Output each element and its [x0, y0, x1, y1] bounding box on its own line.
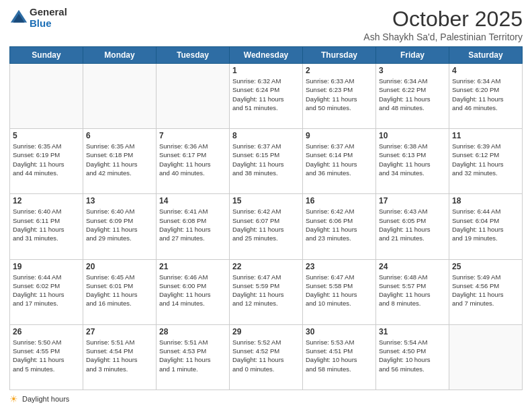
logo: General Blue [9, 7, 67, 29]
day-number: 29 [232, 327, 300, 336]
day-info: Sunrise: 5:52 AM Sunset: 4:52 PM Dayligh… [232, 338, 300, 373]
day-number: 26 [13, 327, 80, 336]
calendar-week-row: 19Sunrise: 6:44 AM Sunset: 6:02 PM Dayli… [10, 259, 523, 324]
calendar-cell: 17Sunrise: 6:43 AM Sunset: 6:05 PM Dayli… [376, 194, 449, 259]
day-number: 1 [232, 66, 300, 75]
calendar-day-header: Tuesday [157, 47, 230, 64]
calendar-cell: 12Sunrise: 6:40 AM Sunset: 6:11 PM Dayli… [10, 194, 83, 259]
calendar-cell: 28Sunrise: 5:51 AM Sunset: 4:53 PM Dayli… [157, 324, 230, 390]
calendar-cell: 24Sunrise: 6:48 AM Sunset: 5:57 PM Dayli… [376, 259, 449, 324]
calendar-cell [83, 64, 157, 129]
day-info: Sunrise: 5:54 AM Sunset: 4:50 PM Dayligh… [379, 338, 446, 373]
day-number: 13 [86, 196, 153, 205]
day-info: Sunrise: 6:33 AM Sunset: 6:23 PM Dayligh… [306, 77, 373, 112]
day-info: Sunrise: 6:38 AM Sunset: 6:13 PM Dayligh… [379, 142, 446, 177]
calendar-cell: 3Sunrise: 6:34 AM Sunset: 6:22 PM Daylig… [376, 64, 449, 129]
calendar-cell: 26Sunrise: 5:50 AM Sunset: 4:55 PM Dayli… [10, 324, 83, 390]
calendar-day-header: Friday [376, 47, 449, 64]
day-info: Sunrise: 6:41 AM Sunset: 6:08 PM Dayligh… [159, 207, 226, 242]
day-number: 18 [452, 196, 519, 205]
calendar-cell: 5Sunrise: 6:35 AM Sunset: 6:19 PM Daylig… [10, 129, 83, 194]
calendar-cell: 10Sunrise: 6:38 AM Sunset: 6:13 PM Dayli… [376, 129, 449, 194]
calendar-cell: 21Sunrise: 6:46 AM Sunset: 6:00 PM Dayli… [157, 259, 230, 324]
calendar-cell: 6Sunrise: 6:35 AM Sunset: 6:18 PM Daylig… [83, 129, 157, 194]
header-row: SundayMondayTuesdayWednesdayThursdayFrid… [10, 47, 523, 64]
calendar-week-row: 1Sunrise: 6:32 AM Sunset: 6:24 PM Daylig… [10, 64, 523, 129]
day-number: 31 [379, 327, 446, 336]
day-info: Sunrise: 6:42 AM Sunset: 6:07 PM Dayligh… [232, 207, 300, 242]
calendar-cell: 11Sunrise: 6:39 AM Sunset: 6:12 PM Dayli… [449, 129, 523, 194]
day-info: Sunrise: 6:35 AM Sunset: 6:19 PM Dayligh… [13, 142, 80, 177]
day-number: 19 [13, 262, 80, 271]
day-number: 8 [232, 131, 300, 140]
day-number: 14 [159, 196, 226, 205]
calendar-cell: 25Sunrise: 5:49 AM Sunset: 4:56 PM Dayli… [449, 259, 523, 324]
day-number: 3 [379, 66, 446, 75]
day-info: Sunrise: 6:47 AM Sunset: 5:58 PM Dayligh… [306, 273, 373, 308]
day-number: 7 [159, 131, 226, 140]
calendar-cell: 7Sunrise: 6:36 AM Sunset: 6:17 PM Daylig… [157, 129, 230, 194]
calendar-cell: 8Sunrise: 6:37 AM Sunset: 6:15 PM Daylig… [230, 129, 303, 194]
calendar-cell: 15Sunrise: 6:42 AM Sunset: 6:07 PM Dayli… [230, 194, 303, 259]
calendar-cell [449, 324, 523, 390]
calendar-cell: 18Sunrise: 6:44 AM Sunset: 6:04 PM Dayli… [449, 194, 523, 259]
day-info: Sunrise: 5:51 AM Sunset: 4:54 PM Dayligh… [86, 338, 153, 373]
calendar-day-header: Wednesday [230, 47, 303, 64]
sun-icon: ☀ [9, 394, 18, 404]
calendar-body: 1Sunrise: 6:32 AM Sunset: 6:24 PM Daylig… [10, 64, 523, 390]
footer-note: ☀ Daylight hours [9, 394, 523, 404]
day-info: Sunrise: 6:47 AM Sunset: 5:59 PM Dayligh… [232, 273, 300, 308]
calendar-day-header: Saturday [449, 47, 523, 64]
calendar-header: SundayMondayTuesdayWednesdayThursdayFrid… [10, 47, 523, 64]
day-number: 12 [13, 196, 80, 205]
calendar-cell: 30Sunrise: 5:53 AM Sunset: 4:51 PM Dayli… [303, 324, 376, 390]
month-title: October 2025 [363, 7, 523, 32]
calendar-cell: 1Sunrise: 6:32 AM Sunset: 6:24 PM Daylig… [230, 64, 303, 129]
calendar-week-row: 12Sunrise: 6:40 AM Sunset: 6:11 PM Dayli… [10, 194, 523, 259]
calendar-cell: 13Sunrise: 6:40 AM Sunset: 6:09 PM Dayli… [83, 194, 157, 259]
day-number: 25 [452, 262, 519, 271]
day-number: 23 [306, 262, 373, 271]
day-number: 16 [306, 196, 373, 205]
calendar-cell: 23Sunrise: 6:47 AM Sunset: 5:58 PM Dayli… [303, 259, 376, 324]
day-number: 15 [232, 196, 300, 205]
logo-blue-text: Blue [30, 18, 67, 30]
day-info: Sunrise: 6:34 AM Sunset: 6:22 PM Dayligh… [379, 77, 446, 112]
day-info: Sunrise: 6:48 AM Sunset: 5:57 PM Dayligh… [379, 273, 446, 308]
day-info: Sunrise: 5:51 AM Sunset: 4:53 PM Dayligh… [159, 338, 226, 373]
page: General Blue October 2025 Ash Shaykh Sa'… [0, 0, 532, 411]
calendar-week-row: 26Sunrise: 5:50 AM Sunset: 4:55 PM Dayli… [10, 324, 523, 390]
day-info: Sunrise: 6:36 AM Sunset: 6:17 PM Dayligh… [159, 142, 226, 177]
logo-text: General Blue [30, 7, 67, 29]
day-number: 21 [159, 262, 226, 271]
header: General Blue October 2025 Ash Shaykh Sa'… [9, 7, 523, 42]
day-number: 28 [159, 327, 226, 336]
day-info: Sunrise: 6:34 AM Sunset: 6:20 PM Dayligh… [452, 77, 519, 112]
day-info: Sunrise: 6:43 AM Sunset: 6:05 PM Dayligh… [379, 207, 446, 242]
calendar-day-header: Sunday [10, 47, 83, 64]
day-info: Sunrise: 6:44 AM Sunset: 6:02 PM Dayligh… [13, 273, 80, 308]
calendar-cell: 4Sunrise: 6:34 AM Sunset: 6:20 PM Daylig… [449, 64, 523, 129]
calendar-day-header: Monday [83, 47, 157, 64]
day-number: 11 [452, 131, 519, 140]
day-number: 2 [306, 66, 373, 75]
day-number: 20 [86, 262, 153, 271]
title-block: October 2025 Ash Shaykh Sa'd, Palestinia… [363, 7, 523, 42]
day-number: 6 [86, 131, 153, 140]
day-info: Sunrise: 6:44 AM Sunset: 6:04 PM Dayligh… [452, 207, 519, 242]
calendar-cell: 2Sunrise: 6:33 AM Sunset: 6:23 PM Daylig… [303, 64, 376, 129]
day-number: 5 [13, 131, 80, 140]
day-info: Sunrise: 6:46 AM Sunset: 6:00 PM Dayligh… [159, 273, 226, 308]
calendar-cell: 20Sunrise: 6:45 AM Sunset: 6:01 PM Dayli… [83, 259, 157, 324]
day-number: 22 [232, 262, 300, 271]
daylight-label: Daylight hours [22, 395, 69, 403]
calendar-cell: 9Sunrise: 6:37 AM Sunset: 6:14 PM Daylig… [303, 129, 376, 194]
calendar-cell: 31Sunrise: 5:54 AM Sunset: 4:50 PM Dayli… [376, 324, 449, 390]
day-info: Sunrise: 5:50 AM Sunset: 4:55 PM Dayligh… [13, 338, 80, 373]
day-info: Sunrise: 6:37 AM Sunset: 6:15 PM Dayligh… [232, 142, 300, 177]
day-info: Sunrise: 6:45 AM Sunset: 6:01 PM Dayligh… [86, 273, 153, 308]
day-number: 30 [306, 327, 373, 336]
day-number: 4 [452, 66, 519, 75]
day-info: Sunrise: 6:37 AM Sunset: 6:14 PM Dayligh… [306, 142, 373, 177]
calendar-cell: 19Sunrise: 6:44 AM Sunset: 6:02 PM Dayli… [10, 259, 83, 324]
